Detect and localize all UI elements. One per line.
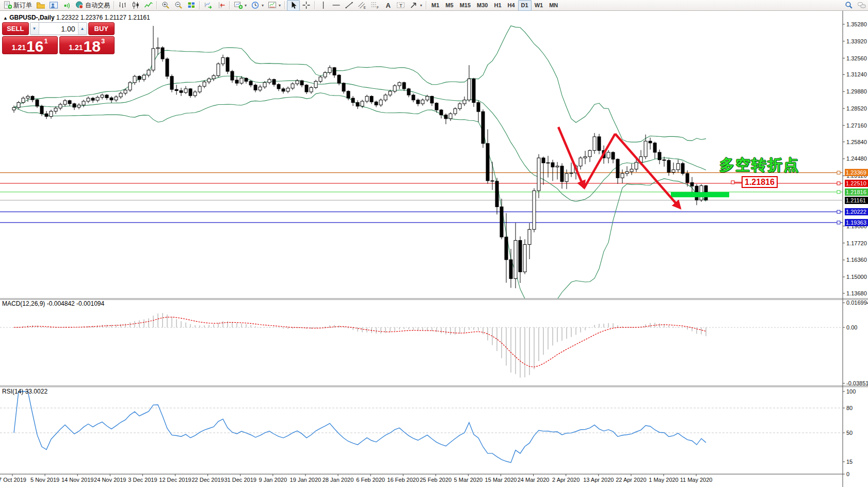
toolbar-button-chat[interactable] — [855, 0, 868, 11]
toolbar-button-chart-shift[interactable] — [215, 0, 228, 11]
toolbar-button-crosshair[interactable] — [300, 0, 313, 11]
toolbar-button-label: 自动交易 — [85, 1, 110, 10]
toolbar-button-zoom-out[interactable] — [172, 0, 185, 11]
mt4-window: 新订单自动交易▾▾▾EFAT▾M1M5M15M30H1H4D1W1MN 1.35… — [0, 0, 868, 487]
toolbar-button-zoom-in[interactable] — [159, 0, 172, 11]
sell-price-digits: 16 — [26, 40, 43, 53]
svg-text:80: 80 — [846, 405, 853, 411]
sell-price-panel[interactable]: 1.21 16 1 — [2, 36, 58, 54]
toolbar-button-tile-windows[interactable] — [185, 0, 198, 11]
price-tag-annotation[interactable]: 1.21816 — [742, 176, 778, 188]
rsi-label: RSI(14) 33.0022 — [2, 388, 47, 395]
toolbar-button-channel[interactable]: E — [356, 0, 368, 11]
svg-text:1.32560: 1.32560 — [846, 55, 867, 61]
volume-decrease-button[interactable]: ▼ — [30, 23, 39, 35]
buy-button[interactable]: BUY — [88, 22, 115, 35]
signals-icon — [62, 1, 71, 9]
svg-text:1.13680: 1.13680 — [846, 290, 867, 296]
svg-text:7 Oct 2019: 7 Oct 2019 — [0, 477, 26, 483]
new-chart-icon — [234, 1, 243, 9]
toolbar-button-periods[interactable]: ▾ — [249, 0, 266, 11]
toolbar-button-hline[interactable] — [330, 0, 343, 11]
toolbar-button-signals[interactable] — [60, 0, 73, 11]
timeframe-button-d1[interactable]: D1 — [518, 0, 532, 11]
toolbar-button-label: H1 — [494, 2, 501, 8]
svg-text:14 Nov 2019: 14 Nov 2019 — [61, 477, 93, 483]
templates-icon — [268, 1, 277, 9]
volume-increase-button[interactable]: ▲ — [78, 23, 87, 35]
toolbar-button-trendline[interactable] — [343, 0, 356, 11]
volume-input[interactable] — [39, 23, 78, 35]
toolbar-button-auto-scroll[interactable] — [202, 0, 215, 11]
svg-text:-0.038519: -0.038519 — [846, 380, 868, 386]
timeframe-button-h1[interactable]: H1 — [491, 0, 504, 11]
timeframe-button-m30[interactable]: M30 — [474, 0, 491, 11]
price-level-badge: 1.20222 — [845, 208, 868, 215]
zoom-out-icon — [174, 1, 183, 9]
timeframe-button-m5[interactable]: M5 — [442, 0, 456, 11]
timeframe-button-m1[interactable]: M1 — [428, 0, 442, 11]
toolbar-button-label: H4 — [508, 2, 515, 8]
dropdown-arrow-icon[interactable]: ▾ — [279, 3, 281, 8]
price-level-badge: 1.22510 — [845, 180, 868, 187]
dropdown-arrow-icon[interactable]: ▾ — [420, 3, 422, 8]
toolbar-button-search[interactable] — [842, 0, 855, 11]
toolbar-button-auto-trading[interactable]: 自动交易 — [73, 0, 112, 11]
svg-text:50: 50 — [846, 430, 853, 436]
svg-text:1.17720: 1.17720 — [846, 240, 867, 246]
shapes-icon — [409, 1, 418, 9]
toolbar-button-vline[interactable] — [317, 0, 330, 11]
sell-price-pip: 1 — [44, 38, 47, 44]
toolbar-separator — [229, 1, 230, 9]
svg-text:5 Nov 2019: 5 Nov 2019 — [30, 477, 59, 483]
toolbar-button-new-chart[interactable]: ▾ — [232, 0, 249, 11]
bars-chart-icon — [118, 1, 127, 9]
sell-button[interactable]: SELL — [2, 22, 29, 35]
toolbar-button-bars-chart[interactable] — [116, 0, 129, 11]
timeframe-button-mn[interactable]: MN — [546, 0, 561, 11]
market-watch-icon — [49, 1, 58, 9]
svg-text:24 Mar 2020: 24 Mar 2020 — [518, 477, 550, 483]
collapse-widget-arrow[interactable]: ▲ — [3, 15, 8, 21]
toolbar-button-fibo[interactable]: F — [368, 0, 381, 11]
dropdown-arrow-icon[interactable]: ▾ — [245, 3, 247, 8]
new-order-icon — [3, 1, 12, 9]
price-level-badge: 1.23369 — [845, 169, 868, 176]
profiles-icon — [36, 1, 45, 9]
timeframe-button-m15[interactable]: M15 — [457, 0, 474, 11]
search-icon — [844, 1, 853, 9]
svg-text:0.00: 0.00 — [846, 324, 857, 331]
price-level-badge: 1.21816 — [845, 188, 868, 196]
buy-price-panel[interactable]: 1.21 18 3 — [59, 36, 115, 54]
buy-price-pip: 3 — [101, 38, 105, 44]
toolbar-button-templates[interactable]: ▾ — [266, 0, 283, 11]
svg-text:A: A — [386, 2, 391, 9]
timeframe-button-w1[interactable]: W1 — [532, 0, 546, 11]
toolbar-button-cursor[interactable] — [287, 0, 300, 11]
toolbar-button-candles-chart[interactable] — [129, 0, 142, 11]
toolbar-button-label: MN — [549, 2, 558, 8]
svg-text:6 Feb 2020: 6 Feb 2020 — [356, 477, 385, 483]
svg-text:1.25840: 1.25840 — [846, 139, 867, 145]
toolbar-button-new-order[interactable]: 新订单 — [1, 0, 34, 11]
svg-text:F: F — [377, 6, 379, 9]
cursor-icon — [289, 1, 298, 9]
price-chart[interactable]: 1.352801.339201.325601.312401.298801.285… — [0, 11, 868, 487]
periods-icon — [251, 1, 260, 9]
svg-text:1.16360: 1.16360 — [846, 257, 867, 263]
toolbar-button-profiles[interactable] — [34, 0, 47, 11]
toolbar-button-text-label[interactable]: T — [394, 0, 407, 11]
turning-point-annotation[interactable]: 多空转折点 — [719, 155, 799, 176]
dropdown-arrow-icon[interactable]: ▾ — [262, 3, 264, 8]
toolbar-button-market-watch[interactable] — [47, 0, 60, 11]
toolbar-button-line-chart[interactable] — [142, 0, 155, 11]
toolbar-button-shapes[interactable]: ▾ — [407, 0, 424, 11]
toolbar-separator — [114, 1, 115, 9]
rsi-value: 33.0022 — [25, 388, 47, 395]
toolbar-button-text-a[interactable]: A — [381, 0, 394, 11]
fibo-icon: F — [371, 1, 379, 9]
symbol-period-label: GBPUSD-,Daily — [9, 14, 54, 21]
svg-text:1.27160: 1.27160 — [846, 122, 867, 129]
timeframe-button-h4[interactable]: H4 — [505, 0, 518, 11]
svg-text:1.28520: 1.28520 — [846, 105, 867, 112]
